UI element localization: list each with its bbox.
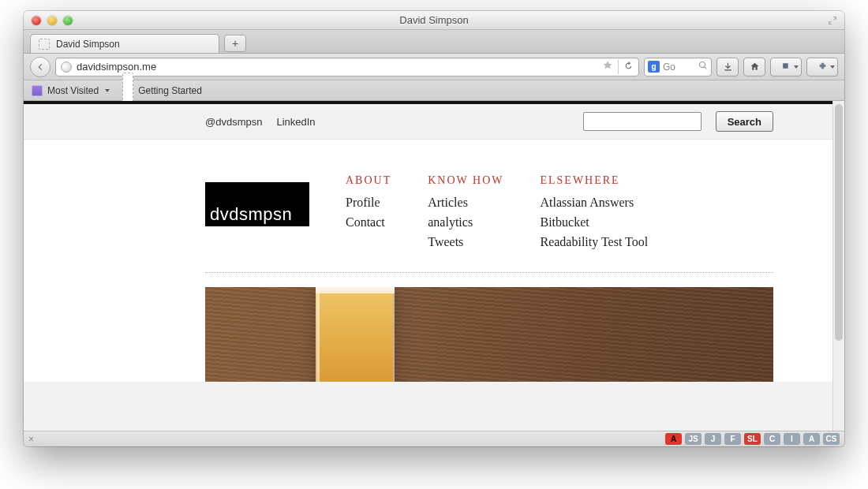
window-zoom-button[interactable] (63, 16, 73, 25)
bookmarks-bar: Most Visited Getting Started (24, 80, 844, 101)
globe-icon (61, 62, 72, 73)
hero-beer-glass (316, 287, 395, 382)
site-logo[interactable]: dvdsmpsn (205, 182, 309, 226)
page-viewport: @dvdsmpsn LinkedIn Search dvdsmpsn (24, 101, 844, 431)
site-search-button[interactable]: Search (716, 111, 773, 132)
tab-title: David Simpson (56, 39, 120, 50)
new-tab-button[interactable]: + (224, 35, 246, 52)
nav-back-button[interactable] (30, 57, 51, 77)
chevron-down-icon (105, 89, 110, 92)
nav-heading: ABOUT (346, 174, 391, 187)
nav-link[interactable]: analytics (428, 215, 473, 229)
reload-button[interactable] (623, 61, 634, 73)
tab-favicon (39, 39, 50, 50)
search-engine-hint: Go (663, 62, 695, 73)
window-titlebar: David Simpson (24, 11, 844, 30)
hero-wood-surface (205, 287, 773, 382)
download-icon (723, 62, 733, 72)
status-badge[interactable]: A (665, 433, 682, 445)
window-close-button[interactable] (32, 16, 41, 25)
status-badge[interactable]: J (705, 433, 721, 445)
chevron-down-icon (830, 65, 835, 69)
site-utility-bar: @dvdsmpsn LinkedIn Search (24, 104, 844, 140)
utility-link-linkedin[interactable]: LinkedIn (276, 116, 315, 128)
fullscreen-icon[interactable] (827, 15, 838, 26)
window-minimize-button[interactable] (47, 16, 57, 25)
nav-link[interactable]: Atlassian Answers (540, 196, 634, 209)
site-logo-text: dvdsmpsn (210, 206, 292, 223)
tab-strip: David Simpson + (24, 30, 844, 54)
square-icon (781, 62, 791, 72)
scrollbar-thumb[interactable] (835, 104, 843, 341)
utility-links: @dvdsmpsn LinkedIn (205, 116, 316, 128)
toolbar-button-b[interactable] (806, 58, 838, 77)
bookmark-star-icon[interactable] (602, 60, 613, 73)
hero-image (205, 287, 773, 382)
nav-link[interactable]: Profile (346, 196, 380, 209)
divider (618, 60, 619, 74)
status-badge[interactable]: F (724, 433, 741, 445)
bookmarks-folder-most-visited[interactable]: Most Visited (32, 85, 110, 96)
utility-link-twitter[interactable]: @dvdsmpsn (205, 116, 262, 128)
nav-column-about: ABOUT Profile Contact (346, 174, 391, 252)
magnifier-icon (698, 61, 708, 73)
window-title: David Simpson (24, 14, 844, 26)
toolbar-button-a[interactable] (770, 58, 802, 77)
puzzle-icon (817, 62, 828, 72)
status-bar: × A JS J F SL C I A CS (24, 431, 844, 446)
search-engine-field[interactable]: g Go (644, 58, 712, 77)
nav-heading: ELSEWHERE (540, 174, 648, 187)
dotted-divider (205, 272, 773, 273)
status-badge[interactable]: SL (744, 433, 761, 445)
status-badge[interactable]: I (784, 433, 800, 445)
address-bar-text: davidsimpson.me (77, 61, 597, 73)
status-badge[interactable]: C (764, 433, 780, 445)
vertical-scrollbar[interactable] (832, 101, 844, 431)
bookmark-label: Most Visited (47, 85, 99, 96)
nav-link[interactable]: Readability Test Tool (540, 235, 648, 248)
folder-icon (32, 85, 43, 96)
status-extension-badges: A JS J F SL C I A CS (665, 433, 840, 445)
home-button[interactable] (743, 58, 765, 77)
site-search-input[interactable] (583, 112, 702, 131)
nav-link[interactable]: Articles (428, 196, 468, 209)
browser-window: David Simpson David Simpson + davidsimps… (24, 11, 844, 446)
chevron-left-icon (36, 62, 45, 72)
nav-heading: KNOW HOW (428, 174, 503, 187)
nav-link[interactable]: Bitbucket (540, 215, 589, 229)
nav-column-elsewhere: ELSEWHERE Atlassian Answers Bitbucket Re… (540, 174, 648, 252)
status-badge[interactable]: CS (823, 433, 840, 445)
home-icon (750, 62, 760, 72)
hero-beer-foam (316, 287, 395, 293)
search-engine-icon: g (648, 61, 660, 73)
site-logo-column: dvdsmpsn (205, 174, 309, 252)
chevron-down-icon (794, 65, 799, 69)
site-page: dvdsmpsn ABOUT Profile Contact KNOW HOW (24, 140, 844, 382)
status-badge[interactable]: A (803, 433, 820, 445)
window-traffic-lights (24, 16, 73, 25)
plus-icon: + (232, 37, 238, 50)
browser-tab[interactable]: David Simpson (30, 34, 219, 53)
status-close-icon[interactable]: × (28, 434, 34, 445)
status-badge[interactable]: JS (685, 433, 702, 445)
nav-link[interactable]: Contact (346, 215, 385, 229)
nav-column-knowhow: KNOW HOW Articles analytics Tweets (428, 174, 503, 252)
downloads-button[interactable] (716, 58, 739, 77)
bookmark-label: Getting Started (138, 85, 202, 96)
nav-link[interactable]: Tweets (428, 235, 463, 248)
